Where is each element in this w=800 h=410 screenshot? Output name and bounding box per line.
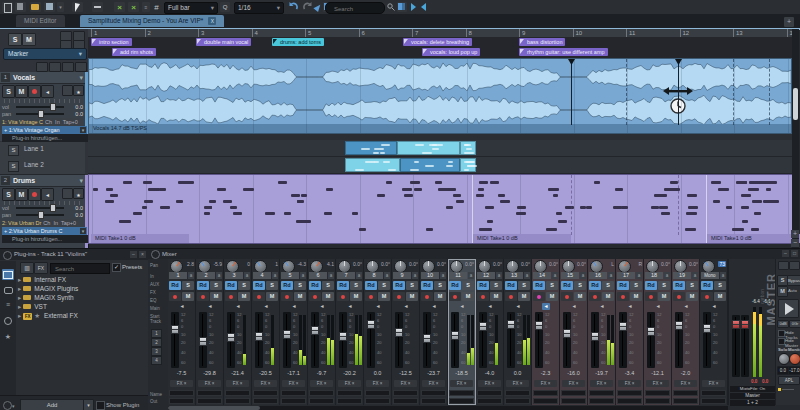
automation-toggle[interactable]: a xyxy=(328,272,334,279)
record-button[interactable] xyxy=(505,292,517,301)
midi-note[interactable] xyxy=(301,194,307,197)
mixer-row-label[interactable]: AUX xyxy=(150,282,159,287)
volume-fader[interactable] xyxy=(479,312,487,368)
midi-note[interactable] xyxy=(110,194,118,197)
browser-monitor-icon[interactable] xyxy=(2,269,14,280)
track-record-button[interactable] xyxy=(28,188,41,201)
open-folder-icon[interactable] xyxy=(30,2,41,12)
channel-name-box[interactable] xyxy=(197,390,222,396)
midi-note[interactable] xyxy=(297,200,304,203)
bypass-button[interactable]: Bypass xyxy=(787,275,800,286)
midi-note[interactable] xyxy=(548,188,559,191)
plugin-tree-item[interactable]: ▸FX★ External FX xyxy=(18,311,78,320)
quantize-value-select[interactable]: 1/16▾ xyxy=(234,2,284,14)
channel-number[interactable]: 4 xyxy=(253,272,271,279)
record-ready-button[interactable]: Rd xyxy=(477,281,489,290)
speaker-icon[interactable]: ◂ xyxy=(290,303,298,310)
channel-out-box[interactable] xyxy=(673,398,698,404)
track-record-button[interactable] xyxy=(28,85,41,98)
plugin-tree-item[interactable]: ▸VST xyxy=(18,302,47,311)
midi-note[interactable] xyxy=(410,181,417,184)
plugin-search-box[interactable] xyxy=(50,263,110,274)
record-button[interactable] xyxy=(673,292,685,301)
fx-insert-button[interactable]: FX × xyxy=(590,380,613,387)
automation-toggle[interactable]: a xyxy=(692,272,698,279)
midi-note[interactable] xyxy=(766,188,771,191)
midi-note[interactable] xyxy=(284,212,291,215)
channel-number[interactable]: 15 xyxy=(561,272,579,279)
mute-button[interactable]: M xyxy=(574,292,586,301)
channel-out-box[interactable] xyxy=(225,398,250,404)
mixer-titlebar[interactable]: Mixer – □ xyxy=(148,249,800,259)
mute-button[interactable]: M xyxy=(294,292,306,301)
automation-toggle[interactable]: a xyxy=(664,272,670,279)
mute-button[interactable]: M xyxy=(406,292,418,301)
marker-set-icon[interactable] xyxy=(36,62,48,72)
channel-number[interactable]: 12 xyxy=(477,272,495,279)
master-mute-button[interactable]: M xyxy=(777,286,788,297)
monitor-knob[interactable] xyxy=(789,353,800,365)
mute-button[interactable]: M xyxy=(210,292,222,301)
channel-name-box[interactable] xyxy=(561,390,586,396)
volume-fader[interactable] xyxy=(619,312,627,368)
midi-note[interactable] xyxy=(621,206,628,209)
track-name[interactable]: Drums xyxy=(13,175,35,186)
zero-db-button[interactable]: 0dB xyxy=(777,320,789,328)
solo-button[interactable]: S xyxy=(294,281,306,290)
midi-note[interactable] xyxy=(685,228,696,231)
mixer-bank-button[interactable]: 1 xyxy=(151,329,162,338)
channel-name-box[interactable] xyxy=(533,390,558,396)
midi-note[interactable] xyxy=(752,200,762,203)
record-ready-button[interactable]: Rd xyxy=(169,281,181,290)
record-button[interactable] xyxy=(253,292,265,301)
take-clip[interactable] xyxy=(460,158,476,172)
channel-number[interactable]: Mono xyxy=(701,272,719,279)
channel-name-box[interactable] xyxy=(701,390,726,396)
record-button[interactable] xyxy=(365,292,377,301)
midi-note[interactable] xyxy=(726,206,732,209)
fx-insert-button[interactable]: FX × xyxy=(534,380,557,387)
channel-number[interactable]: 18 xyxy=(645,272,663,279)
midi-note[interactable] xyxy=(615,188,623,191)
midi-note[interactable] xyxy=(359,228,366,231)
channel-number[interactable]: 1 xyxy=(169,272,187,279)
record-ready-button[interactable]: Rd xyxy=(701,281,713,290)
close-tab-icon[interactable]: x xyxy=(208,17,216,25)
midi-note[interactable] xyxy=(453,194,461,197)
expander-icon[interactable]: ▸ xyxy=(18,294,21,301)
record-button[interactable] xyxy=(701,292,713,301)
solo-button[interactable]: S xyxy=(574,281,586,290)
midi-note[interactable] xyxy=(206,206,212,209)
arrange-scrollbar-handle[interactable] xyxy=(793,88,798,120)
expander-icon[interactable]: ▸ xyxy=(18,285,21,292)
channel-number[interactable]: 3 xyxy=(225,272,243,279)
apl-button[interactable]: APL xyxy=(778,376,800,385)
mute-button[interactable]: M xyxy=(434,292,446,301)
automation-toggle[interactable]: a xyxy=(440,272,446,279)
timeline-marker[interactable]: vocals: delete breathing xyxy=(403,38,472,46)
midi-note[interactable] xyxy=(243,188,254,191)
midi-note[interactable] xyxy=(686,212,697,215)
fx-insert-button[interactable]: FX × xyxy=(450,380,473,387)
fx-insert-button[interactable]: FX × xyxy=(478,380,501,387)
take-clip[interactable] xyxy=(345,158,400,172)
channel-number[interactable]: 5 xyxy=(281,272,299,279)
midi-note[interactable] xyxy=(209,200,216,203)
volume-fader[interactable] xyxy=(255,312,263,368)
solo-button[interactable]: S xyxy=(406,281,418,290)
midi-note[interactable] xyxy=(476,194,484,197)
take-clip[interactable] xyxy=(345,141,397,155)
midi-note[interactable] xyxy=(278,181,287,184)
record-button[interactable] xyxy=(393,292,405,301)
mixer-row-label[interactable]: EQ xyxy=(150,298,157,303)
expander-icon[interactable]: ▸ xyxy=(18,303,21,310)
record-ready-button[interactable]: Rd xyxy=(561,281,573,290)
midi-note[interactable] xyxy=(500,200,510,203)
record-ready-button[interactable]: Rd xyxy=(589,281,601,290)
close-icon[interactable]: × xyxy=(139,251,146,258)
channel-out-box[interactable] xyxy=(561,398,586,404)
solo-button[interactable]: S xyxy=(266,281,278,290)
automation-toggle[interactable]: a xyxy=(580,272,586,279)
object-split-line[interactable] xyxy=(678,59,679,125)
channel-name-box[interactable] xyxy=(365,390,390,396)
